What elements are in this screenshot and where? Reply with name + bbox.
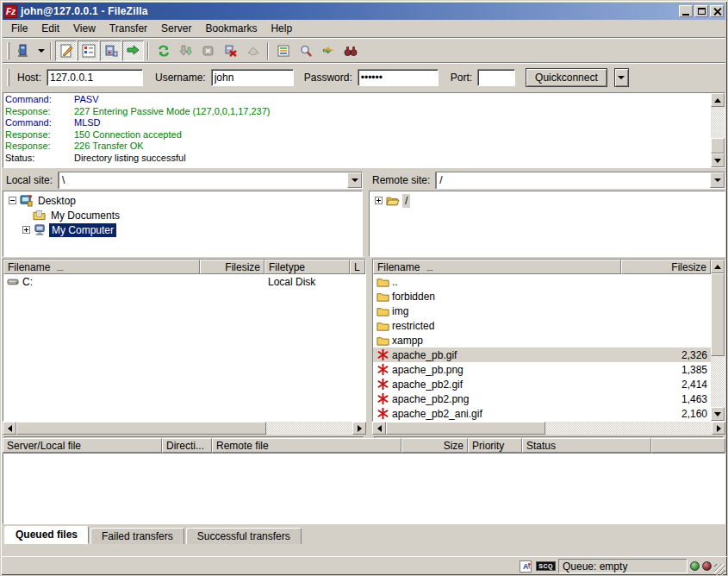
column-header-filesize[interactable]: Filesize <box>200 260 264 274</box>
scroll-track[interactable] <box>711 356 725 407</box>
disconnect-button[interactable] <box>220 41 241 61</box>
scroll-left-button[interactable] <box>3 422 16 435</box>
local-hscrollbar[interactable] <box>3 422 366 435</box>
scroll-up-button[interactable] <box>711 93 725 107</box>
tree-item-my-computer[interactable]: My Computer <box>3 222 362 237</box>
password-input[interactable] <box>361 72 435 84</box>
scroll-right-button[interactable] <box>712 422 725 435</box>
remote-vscrollbar[interactable] <box>711 260 725 421</box>
data-type-indicator[interactable]: A <box>518 560 533 573</box>
toggle-log-button[interactable] <box>55 41 77 61</box>
speed-limit-indicator[interactable]: SCQ <box>536 561 556 571</box>
filter-button[interactable] <box>272 41 294 61</box>
column-header-lastmodified[interactable]: L <box>350 260 365 274</box>
close-button[interactable] <box>710 5 724 17</box>
table-row[interactable]: C: Local Disk <box>3 274 365 289</box>
toolbar-grip[interactable] <box>7 42 9 59</box>
column-header-filename[interactable]: Filename <box>3 260 200 274</box>
toggle-queue-button[interactable] <box>122 41 144 61</box>
remote-site-combo[interactable]: / <box>436 172 725 189</box>
scroll-thumb[interactable] <box>16 422 266 435</box>
column-label: Filename <box>8 261 50 273</box>
table-row[interactable]: apache_pb2.png 1,463 <box>373 391 711 406</box>
synchronized-browsing-button[interactable] <box>317 41 339 61</box>
table-row[interactable]: forbidden <box>373 289 711 304</box>
scroll-track[interactable] <box>266 422 352 435</box>
expand-icon[interactable] <box>375 197 383 204</box>
table-row[interactable]: apache_pb2_ani.gif 2,160 <box>373 406 711 421</box>
username-input[interactable] <box>215 72 290 84</box>
maximize-button[interactable] <box>694 5 708 17</box>
table-row-selected[interactable]: apache_pb.gif 2,326 <box>373 347 711 362</box>
quickconnect-dropdown[interactable] <box>614 68 629 87</box>
tab-queued-files[interactable]: Queued files <box>4 526 89 544</box>
tree-item-my-documents[interactable]: My Documents <box>3 208 362 222</box>
scroll-up-button[interactable] <box>711 260 725 273</box>
file-search-button[interactable] <box>295 41 316 61</box>
column-header-filesize[interactable]: Filesize <box>621 260 711 274</box>
column-header-size[interactable]: Size <box>401 438 468 453</box>
scroll-track[interactable] <box>711 107 725 138</box>
expand-icon[interactable] <box>22 226 30 234</box>
quickconnect-grip[interactable] <box>7 69 9 86</box>
queue-body[interactable] <box>3 453 725 524</box>
table-row[interactable]: apache_pb.png 1,385 <box>373 362 711 377</box>
scroll-down-button[interactable] <box>711 407 725 421</box>
directory-comparison-button[interactable] <box>339 41 361 61</box>
table-row[interactable]: apache_pb2.gif 2,414 <box>373 377 711 391</box>
reconnect-button[interactable] <box>242 41 264 61</box>
resize-grip[interactable] <box>714 564 725 575</box>
message-log-icon <box>59 44 73 58</box>
tab-successful-transfers[interactable]: Successful transfers <box>186 528 302 544</box>
column-header-priority[interactable]: Priority <box>468 438 522 453</box>
refresh-button[interactable] <box>152 41 174 61</box>
log-scrollbar[interactable] <box>711 93 725 167</box>
tab-failed-transfers[interactable]: Failed transfers <box>90 528 184 544</box>
menu-server[interactable]: Server <box>154 21 198 36</box>
menu-edit[interactable]: Edit <box>34 21 66 36</box>
tree-item-root[interactable]: / <box>370 193 725 208</box>
tree-item-desktop[interactable]: Desktop <box>3 193 362 208</box>
log-label: Command: <box>5 117 74 129</box>
toggle-remote-tree-button[interactable] <box>100 41 121 61</box>
cancel-operation-button[interactable] <box>197 41 219 61</box>
table-row[interactable]: restricted <box>373 318 711 333</box>
toggle-local-tree-button[interactable] <box>78 41 99 61</box>
remote-hscrollbar[interactable] <box>372 422 725 435</box>
site-manager-button[interactable] <box>13 41 34 61</box>
table-row[interactable]: .. <box>373 274 711 289</box>
column-header-direction[interactable]: Directi... <box>162 438 212 453</box>
menu-view[interactable]: View <box>66 21 103 36</box>
menu-bookmarks[interactable]: Bookmarks <box>198 21 264 36</box>
remote-site-dropdown[interactable] <box>710 172 725 188</box>
site-manager-dropdown[interactable] <box>35 41 47 61</box>
scroll-left-button[interactable] <box>372 422 386 435</box>
local-site-dropdown[interactable] <box>347 172 362 188</box>
collapse-icon[interactable] <box>9 197 16 204</box>
scroll-down-button[interactable] <box>711 153 725 167</box>
column-header-server-local-file[interactable]: Server/Local file <box>3 438 162 453</box>
local-site-combo[interactable]: \ <box>59 172 363 189</box>
menu-file[interactable]: File <box>4 21 34 36</box>
open-folder-icon <box>386 194 400 207</box>
column-header-remote-file[interactable]: Remote file <box>212 438 401 453</box>
host-input[interactable] <box>50 72 140 84</box>
scroll-thumb[interactable] <box>711 273 725 356</box>
vertical-splitter[interactable] <box>368 259 370 436</box>
port-input[interactable] <box>481 72 512 84</box>
table-row[interactable]: xampp <box>373 333 711 347</box>
menu-help[interactable]: Help <box>264 21 299 36</box>
column-header-status[interactable]: Status <box>522 438 651 453</box>
title-bar[interactable]: Fz john@127.0.0.1 - FileZilla <box>3 3 725 20</box>
menu-transfer[interactable]: Transfer <box>103 21 154 36</box>
minimize-button[interactable] <box>679 5 693 17</box>
table-row[interactable]: img <box>373 304 711 318</box>
scroll-right-button[interactable] <box>352 422 366 435</box>
scroll-thumb[interactable] <box>711 138 725 153</box>
quickconnect-button[interactable]: Quickconnect <box>526 68 607 87</box>
column-header-filename[interactable]: Filename <box>373 260 621 274</box>
scroll-track[interactable] <box>545 422 712 435</box>
column-header-filetype[interactable]: Filetype <box>264 260 350 274</box>
scroll-thumb[interactable] <box>386 422 545 435</box>
process-queue-button[interactable] <box>175 41 196 61</box>
